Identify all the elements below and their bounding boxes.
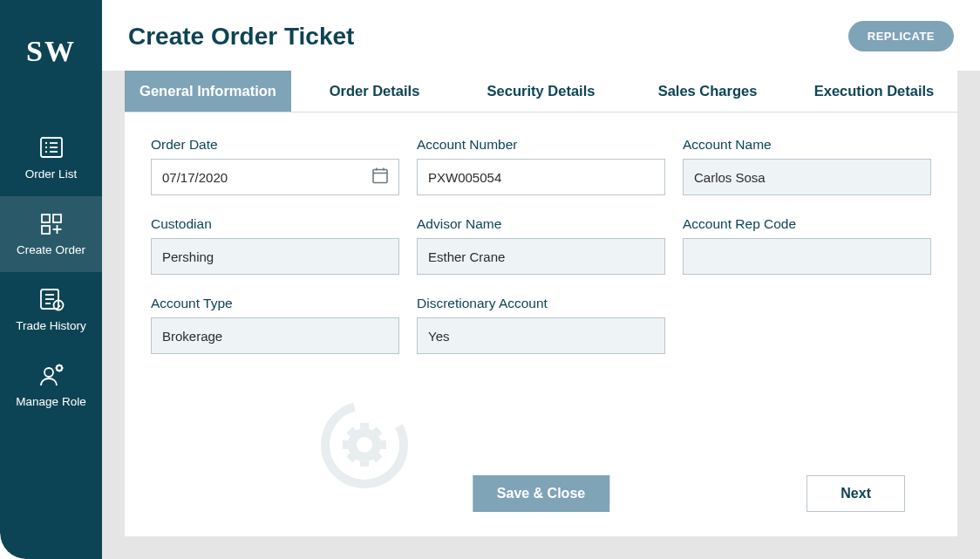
order-date-input[interactable]: 07/17/2020 [151,159,399,195]
svg-line-47 [376,430,379,433]
tab-order-details[interactable]: Order Details [291,71,458,112]
account-type-value: Brokerage [162,329,222,344]
svg-line-28 [56,370,57,371]
svg-line-27 [61,365,62,366]
sidebar: SW Order List Create Order Trade History… [0,0,102,559]
sidebar-item-label: Manage Role [16,395,85,408]
replicate-button[interactable]: REPLICATE [848,21,954,51]
history-icon [34,286,69,312]
svg-rect-8 [53,215,61,222]
next-button[interactable]: Next [806,475,905,512]
svg-point-40 [352,433,377,457]
account-type-label: Account Type [151,296,399,311]
custodian-input: Pershing [151,238,399,275]
account-number-value: PXW005054 [428,170,501,185]
svg-rect-7 [42,215,50,222]
account-name-input: Carlos Sosa [683,159,931,195]
list-icon [34,134,69,160]
tab-bar: General Information Order Details Securi… [125,71,957,112]
grid-add-icon [34,210,69,236]
sidebar-item-trade-history[interactable]: Trade History [0,272,102,348]
discretionary-input: Yes [417,317,665,354]
account-rep-code-input [683,238,931,275]
svg-rect-9 [42,226,50,234]
svg-line-25 [56,365,57,366]
svg-line-26 [61,370,62,371]
brand-logo: SW [26,35,76,68]
form-area: Order Date 07/17/2020 Account Number PXW… [125,112,957,536]
svg-line-45 [350,430,353,433]
custodian-label: Custodian [151,216,399,232]
tab-sales-charges[interactable]: Sales Charges [624,71,791,112]
account-name-value: Carlos Sosa [694,170,766,185]
header: Create Order Ticket REPLICATE [102,0,980,71]
account-number-input[interactable]: PXW005054 [417,159,665,195]
svg-point-19 [44,368,53,377]
account-rep-code-label: Account Rep Code [683,216,931,232]
sidebar-item-order-list[interactable]: Order List [0,120,102,196]
discretionary-label: Discretionary Account [417,296,665,311]
page-title: Create Order Ticket [128,23,354,51]
advisor-name-label: Advisor Name [417,216,665,232]
save-close-button[interactable]: Save & Close [473,475,609,512]
user-gear-icon [34,362,69,388]
svg-line-48 [350,456,353,460]
svg-rect-29 [373,170,387,183]
sidebar-item-label: Order List [25,167,77,181]
order-date-label: Order Date [151,137,399,153]
custodian-value: Pershing [162,249,214,264]
tab-general-information[interactable]: General Information [125,71,291,112]
content-card: General Information Order Details Securi… [125,71,957,536]
tab-execution-details[interactable]: Execution Details [791,71,957,112]
discretionary-value: Yes [428,329,449,344]
sidebar-item-manage-role[interactable]: Manage Role [0,348,102,424]
svg-point-39 [325,406,404,484]
sidebar-item-label: Create Order [17,243,85,256]
sidebar-item-label: Trade History [16,319,86,332]
sidebar-item-create-order[interactable]: Create Order [0,196,102,272]
advisor-name-value: Esther Crane [428,249,505,264]
calendar-icon[interactable] [371,167,390,188]
advisor-name-input: Esther Crane [417,238,665,275]
order-date-value: 07/17/2020 [162,170,228,185]
account-number-label: Account Number [417,137,665,153]
account-name-label: Account Name [683,137,931,153]
tab-security-details[interactable]: Security Details [458,71,624,112]
account-type-input: Brokerage [151,317,399,354]
main-area: Create Order Ticket REPLICATE General In… [102,0,980,559]
svg-line-18 [58,305,60,307]
svg-line-46 [376,456,379,460]
